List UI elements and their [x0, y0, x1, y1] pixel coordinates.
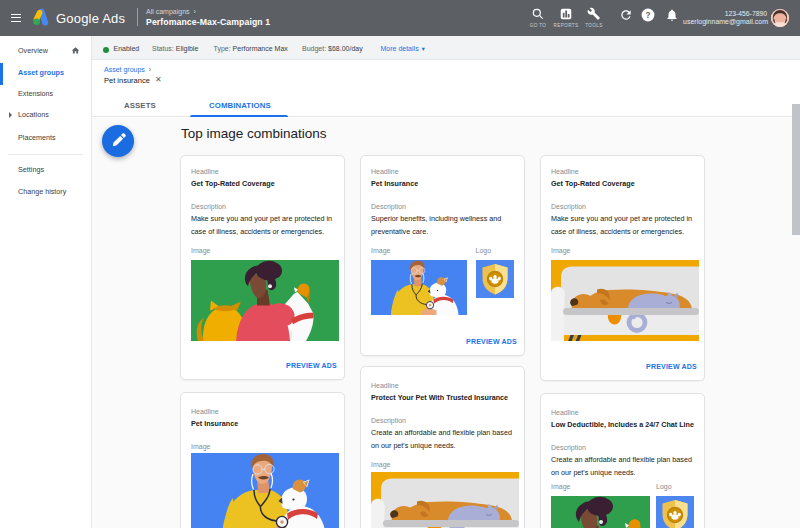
svg-text:?: ?	[646, 11, 651, 20]
